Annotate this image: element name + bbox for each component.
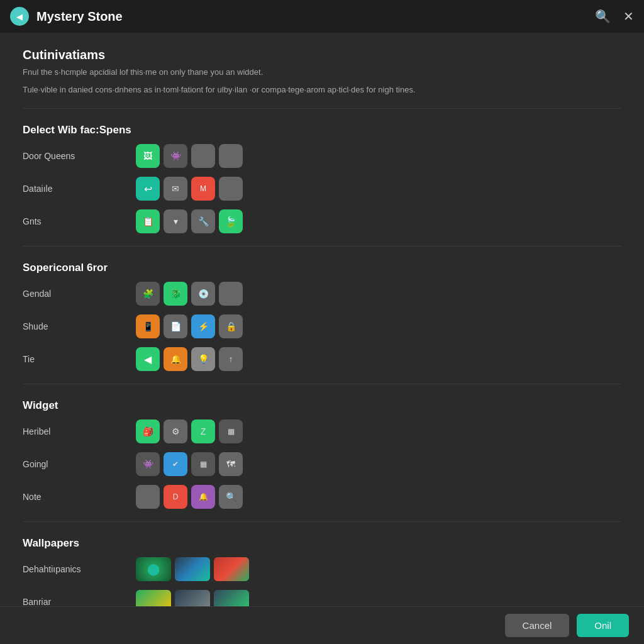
icon-list: 🧩 🐉 💿 [136, 282, 243, 306]
icon-thumb[interactable]: 📋 [136, 209, 160, 233]
icon-thumb[interactable]: ▦ [191, 452, 215, 476]
icon-thumb[interactable] [219, 282, 243, 306]
icon-list: 📱 📄 ⚡ 🔒 [136, 314, 243, 338]
icon-thumb[interactable] [219, 177, 243, 201]
row-label: Dataiıle [23, 184, 136, 194]
icon-thumb[interactable]: 🎒 [136, 419, 160, 443]
icon-list: ⬤ [136, 557, 249, 581]
wallpaper-thumb[interactable] [214, 590, 249, 606]
icon-thumb[interactable]: 💡 [191, 347, 215, 371]
intro-title: Cutinivatiams [23, 48, 621, 62]
wallpaper-thumb[interactable]: ⬤ [136, 557, 171, 581]
divider-1 [23, 108, 621, 109]
icon-thumb[interactable]: Z [191, 419, 215, 443]
icon-thumb[interactable]: 🔧 [191, 209, 215, 233]
icon-thumb[interactable]: 👾 [164, 144, 187, 168]
back-button[interactable] [10, 7, 29, 26]
icon-thumb[interactable]: 🔒 [219, 314, 243, 338]
row-label: Goingl [23, 459, 136, 469]
divider-4 [23, 521, 621, 522]
icon-thumb[interactable]: ▦ [219, 419, 243, 443]
wallpaper-thumb[interactable] [175, 557, 210, 581]
row-label: Gendal [23, 289, 136, 299]
divider-3 [23, 384, 621, 384]
icon-thumb[interactable]: 🖼 [136, 144, 160, 168]
icon-thumb[interactable]: 🔔 [164, 347, 187, 371]
widget-section: Widget Heribel 🎒 ⚙ Z ▦ Goingl 👾 ✔ ▦ 🗺 No… [23, 399, 621, 509]
icon-row-gnts: Gnts 📋 ▾ 🔧 🍃 [23, 209, 621, 233]
select-section: Delect Wib fac:Spens Door Queens 🖼 👾 Dat… [23, 124, 621, 233]
row-label: Heribel [23, 426, 136, 436]
footer: Cancel Onil [0, 606, 644, 644]
ok-button[interactable]: Onil [577, 614, 629, 637]
icon-row-gendal: Gendal 🧩 🐉 💿 [23, 282, 621, 306]
supericon-section: Sopericonal 6ror Gendal 🧩 🐉 💿 Shude 📱 📄 … [23, 262, 621, 371]
icon-thumb[interactable]: 🔍 [219, 485, 243, 509]
titlebar-right: 🔍 ✕ [595, 9, 634, 24]
icon-thumb[interactable]: 🗺 [219, 452, 243, 476]
icon-row-banriar: Banriar [23, 590, 621, 606]
icon-thumb[interactable]: ✔ [164, 452, 187, 476]
icon-thumb[interactable]: 🍃 [219, 209, 243, 233]
icon-row-tie: Tie ◀ 🔔 💡 ↑ [23, 347, 621, 371]
intro-desc1: Fnul the s·hcmple apcidial lof this·me o… [23, 66, 621, 79]
icon-row-door-queens: Door Queens 🖼 👾 [23, 144, 621, 168]
icon-row-heribel: Heribel 🎒 ⚙ Z ▦ [23, 419, 621, 443]
row-label: Note [23, 492, 136, 502]
icon-thumb[interactable] [219, 144, 243, 168]
icon-thumb[interactable] [191, 144, 215, 168]
titlebar-left: Mystery Stone [10, 7, 123, 26]
icon-thumb[interactable]: 📄 [164, 314, 187, 338]
row-label: Door Queens [23, 151, 136, 161]
icon-list: ◀ 🔔 💡 ↑ [136, 347, 243, 371]
cancel-button[interactable]: Cancel [505, 614, 570, 637]
icon-row-dehahti: Dehahtiıpanics ⬤ [23, 557, 621, 581]
row-label: Shude [23, 321, 136, 331]
icon-thumb[interactable]: 💿 [191, 282, 215, 306]
select-section-title: Delect Wib fac:Spens [23, 124, 621, 136]
icon-list: ↩ ✉ M [136, 177, 243, 201]
icon-list: 🎒 ⚙ Z ▦ [136, 419, 243, 443]
icon-thumb[interactable]: M [191, 177, 215, 201]
icon-thumb[interactable]: 🐉 [164, 282, 187, 306]
icon-row-note: Note D 🔔 🔍 [23, 485, 621, 509]
wallpaper-thumb[interactable] [175, 590, 210, 606]
icon-row-shude: Shude 📱 📄 ⚡ 🔒 [23, 314, 621, 338]
icon-thumb[interactable]: ◀ [136, 347, 160, 371]
icon-thumb[interactable]: 👾 [136, 452, 160, 476]
wallpaper-thumb[interactable] [214, 557, 249, 581]
wallpapers-section: Wallpapers Dehahtiıpanics ⬤ Banriar Gnlo… [23, 537, 621, 606]
icon-list [136, 590, 249, 606]
icon-thumb[interactable]: D [164, 485, 187, 509]
widget-section-title: Widget [23, 399, 621, 412]
icon-thumb[interactable]: ⚙ [164, 419, 187, 443]
main-content: Cutinivatiams Fnul the s·hcmple apcidial… [0, 33, 644, 606]
row-label: Gnts [23, 216, 136, 226]
icon-thumb[interactable]: ↑ [219, 347, 243, 371]
search-icon[interactable]: 🔍 [595, 9, 611, 24]
supericon-section-title: Sopericonal 6ror [23, 262, 621, 274]
icon-thumb[interactable]: ▾ [164, 209, 187, 233]
row-label: Banriar [23, 597, 136, 606]
icon-thumb[interactable]: ↩ [136, 177, 160, 201]
wallpapers-section-title: Wallpapers [23, 537, 621, 550]
app-title: Mystery Stone [36, 9, 123, 24]
icon-thumb[interactable]: ✉ [164, 177, 187, 201]
titlebar: Mystery Stone 🔍 ✕ [0, 0, 644, 33]
icon-thumb[interactable]: 🔔 [191, 485, 215, 509]
close-icon[interactable]: ✕ [623, 9, 634, 24]
icon-row-goingl: Goingl 👾 ✔ ▦ 🗺 [23, 452, 621, 476]
icon-thumb[interactable]: 📱 [136, 314, 160, 338]
icon-thumb[interactable]: 🧩 [136, 282, 160, 306]
icon-thumb[interactable]: ⚡ [191, 314, 215, 338]
row-label: Dehahtiıpanics [23, 564, 136, 574]
icon-list: 🖼 👾 [136, 144, 243, 168]
icon-list: 📋 ▾ 🔧 🍃 [136, 209, 243, 233]
wallpaper-thumb[interactable] [136, 590, 171, 606]
icon-row-dataiле: Dataiıle ↩ ✉ M [23, 177, 621, 201]
icon-thumb[interactable] [136, 485, 160, 509]
divider-2 [23, 246, 621, 247]
intro-desc2: Tule·vible in danied cons·dnhens as in·t… [23, 84, 621, 96]
icon-list: D 🔔 🔍 [136, 485, 243, 509]
row-label: Tie [23, 354, 136, 364]
